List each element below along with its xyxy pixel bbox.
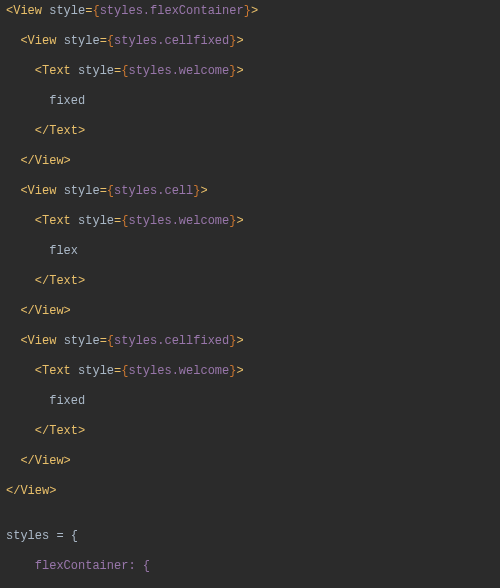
code-line: </Text>	[0, 424, 500, 439]
code-line: <Text style={styles.welcome}>	[0, 64, 500, 79]
code-line: fixed	[0, 94, 500, 109]
code-line: </View>	[0, 154, 500, 169]
code-line: </View>	[0, 454, 500, 469]
code-line: </View>	[0, 484, 500, 499]
code-line: <View style={styles.cell}>	[0, 184, 500, 199]
code-line: flex	[0, 244, 500, 259]
code-line: <Text style={styles.welcome}>	[0, 364, 500, 379]
code-line: <View style={styles.cellfixed}>	[0, 334, 500, 349]
code-line: <View style={styles.flexContainer}>	[0, 4, 500, 19]
code-line: flexContainer: {	[0, 559, 500, 574]
code-line: styles = {	[0, 529, 500, 544]
code-line: fixed	[0, 394, 500, 409]
code-line: </Text>	[0, 124, 500, 139]
code-line: </Text>	[0, 274, 500, 289]
code-line: </View>	[0, 304, 500, 319]
code-line: <View style={styles.cellfixed}>	[0, 34, 500, 49]
code-editor-content: <View style={styles.flexContainer}> <Vie…	[0, 0, 500, 588]
code-line: <Text style={styles.welcome}>	[0, 214, 500, 229]
